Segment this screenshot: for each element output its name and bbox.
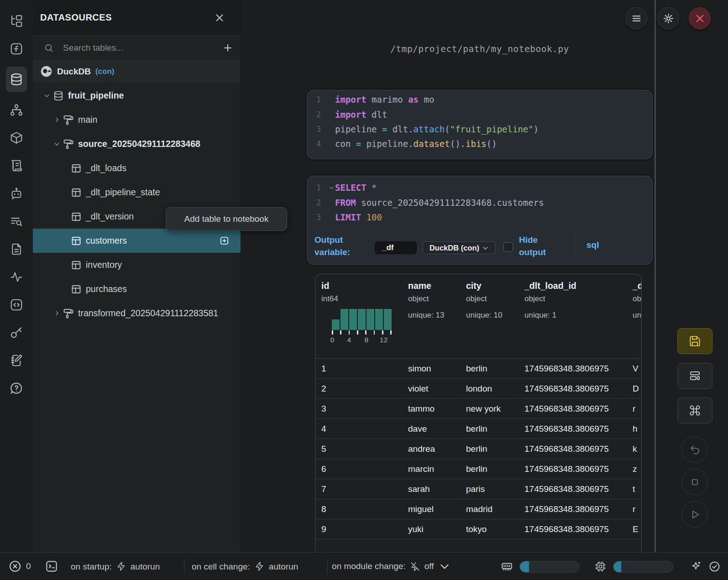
on-module-change-setting[interactable]: on module change: off — [332, 560, 450, 572]
menu-button[interactable] — [625, 7, 647, 29]
chevron-right-icon — [50, 308, 63, 319]
connection-row[interactable]: DuckDB (con) — [33, 61, 241, 82]
schema-icon — [63, 308, 74, 319]
cell: 1745968348.3806975 — [519, 524, 627, 534]
sparkles-button[interactable] — [690, 560, 702, 573]
activity-code-square-button[interactable] — [6, 295, 27, 315]
panel-title: DATASOURCES — [40, 12, 112, 23]
on-cell-change-setting[interactable]: on cell change: autorun — [192, 561, 298, 572]
column-header-name[interactable]: nameobjectunique: 13 — [402, 274, 460, 358]
workflow-icon — [10, 103, 23, 117]
activity-file-text-button[interactable] — [6, 239, 27, 259]
search-input[interactable] — [54, 43, 214, 53]
line-number: 3 — [316, 125, 328, 134]
undo-button[interactable] — [681, 436, 708, 463]
add-table-to-notebook-icon[interactable] — [219, 235, 230, 246]
output-variable-input[interactable] — [375, 241, 417, 254]
cell: tammo — [402, 404, 460, 414]
python-cell[interactable]: 1import marimo as mo2import dlt3pipeline… — [307, 90, 653, 159]
activity-icon — [10, 270, 23, 284]
hide-output-label: Hide output — [519, 234, 560, 258]
chevron-right-icon — [50, 115, 63, 125]
layout-button[interactable] — [677, 363, 712, 389]
error-indicator[interactable]: 0 — [8, 559, 31, 573]
column-header-_dlt_id[interactable]: _dlt_idobjectunique: 13 — [627, 274, 642, 358]
table-row[interactable]: 9yukitokyo1745968348.3806975E — [315, 519, 641, 539]
table-row[interactable]: 7sarahparis1745968348.3806975t — [315, 479, 641, 499]
activity-key-button[interactable] — [6, 323, 27, 343]
stop-icon — [689, 476, 701, 488]
column-header-_dlt_load_id[interactable]: _dlt_load_idobjectunique: 1 — [519, 274, 627, 358]
activity-activity-button[interactable] — [6, 267, 27, 287]
database-icon — [53, 90, 64, 101]
stop-button[interactable] — [681, 469, 708, 495]
tooltip: Add table to notebook — [166, 207, 287, 231]
table-row[interactable]: 2violetlondon1745968348.3806975D — [315, 379, 641, 399]
fold-chevron-icon[interactable] — [328, 184, 335, 191]
activity-file-tree-button[interactable] — [6, 11, 27, 31]
tree-item-label: _dlt_version — [86, 211, 134, 222]
activity-notebook-pen-button[interactable] — [6, 350, 27, 371]
activity-database-button[interactable] — [6, 67, 27, 92]
fold-spacer — [328, 214, 335, 220]
run-button[interactable] — [681, 501, 708, 528]
cell: sarah — [402, 484, 460, 494]
column-header-id[interactable]: idint6404812 — [315, 274, 402, 358]
plus-icon — [222, 42, 233, 53]
table-row[interactable]: 3tammonew york1745968348.3806975r — [315, 399, 641, 419]
activity-function-square-button[interactable] — [6, 39, 27, 59]
command-palette-button[interactable] — [677, 397, 712, 423]
hide-output-checkbox[interactable] — [503, 242, 513, 252]
table-row-partial — [315, 539, 641, 552]
notebook-pen-icon — [10, 354, 23, 367]
fold-spacer — [328, 141, 335, 147]
table-row[interactable]: 1simonberlin1745968348.3806975V — [315, 359, 641, 379]
cell: 1 — [315, 364, 402, 374]
on-startup-setting[interactable]: on startup: autorun — [71, 561, 160, 572]
cell: 9 — [315, 524, 402, 534]
activity-scroll-button[interactable] — [6, 156, 27, 176]
activity-help-circle-button[interactable] — [6, 378, 27, 398]
tree-item-transformed_202504291112283581[interactable]: transformed_202504291112283581 — [33, 301, 241, 325]
pane-divider[interactable] — [655, 0, 656, 552]
tree-item-label: inventory — [86, 260, 122, 270]
terminal-button[interactable] — [45, 559, 58, 573]
table-row[interactable]: 6marcinberlin1745968348.3806975z — [315, 459, 641, 479]
shutdown-button[interactable] — [689, 7, 711, 29]
column-header-city[interactable]: cityobjectunique: 10 — [460, 274, 519, 358]
save-button[interactable] — [677, 328, 712, 354]
settings-button[interactable] — [657, 7, 679, 29]
activity-list-search-button[interactable] — [6, 211, 27, 231]
table-row[interactable]: 4daveberlin1745968348.3806975h — [315, 419, 641, 439]
activity-bot-button[interactable] — [6, 183, 27, 204]
sql-cell[interactable]: 1SELECT *2FROM source_202504291112283468… — [307, 176, 653, 265]
tree-item-_dlt_loads[interactable]: _dlt_loads — [33, 156, 241, 180]
cpu-gauge — [613, 561, 673, 573]
table-row[interactable]: 5andreaberlin1745968348.3806975k — [315, 439, 641, 459]
cell: r — [627, 504, 642, 514]
notebook-path: /tmp/project/path/my_notebook.py — [307, 44, 653, 54]
activity-workflow-button[interactable] — [6, 100, 27, 120]
tree-item-source_202504291112283468[interactable]: source_202504291112283468 — [33, 132, 241, 156]
activity-box-button[interactable] — [6, 128, 27, 148]
code-line: SELECT * — [335, 183, 377, 193]
tree-item-fruit_pipeline[interactable]: fruit_pipeline — [33, 84, 241, 108]
add-datasource-button[interactable] — [214, 36, 241, 61]
tree-item-label: fruit_pipeline — [68, 90, 124, 101]
zap-icon — [116, 561, 126, 572]
tree-item-_dlt_pipeline_state[interactable]: _dlt_pipeline_state — [33, 180, 241, 204]
tree-item-customers[interactable]: customers — [33, 229, 241, 253]
close-panel-icon[interactable] — [214, 12, 225, 23]
code-line: import marimo as mo — [335, 94, 434, 105]
tree-item-main[interactable]: main — [33, 108, 241, 132]
file-tree-icon — [10, 14, 23, 28]
table-row[interactable]: 8miguelmadrid1745968348.3806975r — [315, 499, 641, 519]
table-icon — [71, 260, 82, 271]
tree-item-purchases[interactable]: purchases — [33, 277, 241, 301]
tree-item-label: main — [78, 115, 97, 125]
engine-select[interactable]: DuckDB (con) — [423, 241, 496, 254]
gear-icon — [663, 13, 674, 24]
tree-item-inventory[interactable]: inventory — [33, 253, 241, 277]
help-circle-icon — [10, 381, 23, 395]
on-module-change-value: off — [424, 561, 434, 571]
